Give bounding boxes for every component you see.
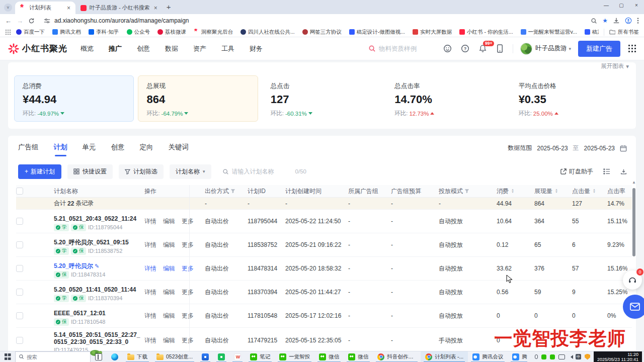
action-edit[interactable]: 编辑	[163, 217, 175, 226]
feedback-smiley-icon[interactable]	[443, 44, 452, 53]
taskbar-app[interactable]: 微信	[344, 351, 373, 362]
row-checkbox[interactable]	[16, 312, 23, 319]
plan-search-input[interactable]	[232, 168, 292, 175]
plan-search[interactable]: 0/50	[217, 164, 311, 179]
action-more[interactable]: 更多	[182, 288, 194, 297]
account-caret-icon[interactable]: ▾	[569, 46, 571, 51]
column-header[interactable]: 点击量	[572, 187, 607, 196]
entity-tab[interactable]: 计划	[54, 143, 67, 156]
entity-tab[interactable]: 单元	[83, 143, 96, 156]
action-detail[interactable]: 详情	[144, 241, 156, 249]
profile-icon[interactable]	[625, 17, 632, 24]
bookmark[interactable]: 网签三方协议	[302, 29, 342, 36]
filter-funnel-icon[interactable]	[464, 189, 469, 194]
plan-name[interactable]: 5.21_0521_20:43_0522_11:24	[54, 215, 136, 222]
row-checkbox[interactable]	[16, 218, 23, 225]
stat-card[interactable]: 总展现 864 环比: -64.79%	[138, 75, 258, 122]
tray-icon[interactable]	[558, 354, 565, 359]
tray-icon[interactable]	[569, 355, 573, 359]
taskbar-app[interactable]	[91, 351, 107, 362]
browser-tab[interactable]: 叶子品质游 - 小红书搜索 ×	[75, 2, 163, 14]
bookmark[interactable]: 四川人社在线公共...	[240, 29, 295, 36]
main-nav-item[interactable]: 工具	[221, 44, 234, 53]
notifications-bell-icon[interactable]: 99+	[478, 44, 487, 53]
date-start[interactable]: 2025-05-23	[537, 145, 568, 152]
table-scrollbar[interactable]	[632, 188, 635, 256]
main-nav-item[interactable]: 资产	[193, 44, 206, 53]
action-edit[interactable]: 编辑	[163, 241, 175, 249]
tab-close-icon[interactable]: ×	[66, 5, 71, 12]
taskbar-app[interactable]: 0523创意...	[152, 351, 197, 362]
action-edit[interactable]: 编辑	[163, 264, 175, 273]
action-more[interactable]: 更多	[182, 217, 194, 226]
main-nav-item[interactable]: 财务	[250, 44, 263, 53]
action-detail[interactable]: 详情	[144, 336, 156, 345]
taskbar-app[interactable]	[229, 351, 246, 362]
column-header[interactable]: 操作	[144, 187, 205, 196]
back-button[interactable]: ←	[5, 17, 12, 25]
tray-icon[interactable]	[541, 354, 546, 359]
window-maximize-button[interactable]: ▢	[614, 0, 629, 11]
plan-filter-button[interactable]: 计划筛选	[119, 164, 164, 179]
bookmark[interactable]: 百度一下	[16, 29, 45, 36]
all-bookmarks-button[interactable]: 所有书签	[604, 29, 639, 36]
new-tab-button[interactable]: +	[167, 3, 171, 11]
action-detail[interactable]: 详情	[144, 264, 156, 273]
mobile-device-icon[interactable]	[496, 44, 504, 53]
tab-search-button[interactable]: ˅	[4, 4, 12, 12]
action-detail[interactable]: 详情	[144, 217, 156, 226]
bookmark[interactable]: 李科·知乎	[89, 29, 119, 36]
expand-chart-button[interactable]: 展开图表 ▾	[601, 62, 629, 70]
bookmark[interactable]: 小红书 - 你的生活...	[459, 29, 513, 36]
taskbar-app[interactable]: 下载	[123, 351, 152, 362]
row-checkbox[interactable]	[16, 265, 23, 272]
main-nav-item[interactable]: 推广	[109, 44, 122, 53]
taskbar-app[interactable]: 一觉智投	[275, 351, 314, 362]
row-checkbox[interactable]	[16, 289, 23, 296]
bookmark[interactable]: 稿定设计-做图做视...	[585, 29, 599, 36]
taskbar-app[interactable]	[107, 351, 123, 362]
stat-card[interactable]: 总点击 127 环比: -60.31%	[262, 75, 382, 122]
tray-icon[interactable]	[585, 354, 590, 360]
bookmark[interactable]: 腾讯文档	[52, 29, 81, 36]
tray-icon[interactable]	[550, 354, 555, 359]
start-button[interactable]	[0, 351, 15, 362]
taskbar-app[interactable]: 笔记	[246, 351, 275, 362]
edit-name-icon[interactable]: ✎	[95, 263, 99, 269]
column-header[interactable]: 投放模式	[439, 187, 497, 196]
app-logo[interactable]: 小红书聚光	[8, 43, 67, 54]
bookmark[interactable]: 稿定设计-做图做视...	[349, 29, 405, 36]
account-name[interactable]: 叶子品质游	[535, 44, 567, 53]
action-edit[interactable]: 编辑	[163, 288, 175, 297]
apps-grid-icon[interactable]	[5, 29, 11, 35]
tab-close-icon[interactable]: ×	[153, 5, 158, 12]
taskbar-app[interactable]	[197, 351, 213, 362]
taskbar-app[interactable]: 抖音创作者...	[373, 351, 421, 362]
monitor-assistant-button[interactable]: 盯盘助手	[560, 167, 593, 176]
entity-tab[interactable]: 定向	[140, 143, 153, 156]
action-more[interactable]: 更多	[182, 264, 194, 273]
column-header[interactable]: 所属广告组	[348, 187, 391, 196]
action-detail[interactable]: 详情	[144, 288, 156, 297]
download-icon[interactable]	[613, 17, 620, 24]
help-icon[interactable]: ?	[461, 44, 469, 53]
search-field-select[interactable]: 计划名称 ▾	[170, 164, 211, 179]
main-nav-item[interactable]: 创意	[137, 44, 150, 53]
column-settings-icon[interactable]	[603, 168, 610, 174]
stat-card[interactable]: 平均点击价格 ¥0.35 环比: 25.00%	[510, 75, 630, 122]
browser-menu-icon[interactable]	[637, 17, 639, 24]
action-detail[interactable]: 详情	[144, 312, 156, 320]
column-header[interactable]: 点击率	[607, 187, 627, 196]
entity-tab[interactable]: 关键词	[169, 143, 189, 156]
select-all-checkbox[interactable]	[16, 188, 23, 195]
taskbar-clock[interactable]: 11:20 2025/05/23 11:20:41	[594, 351, 642, 362]
customer-service-button[interactable]: 0	[623, 270, 642, 290]
window-minimize-button[interactable]: —	[599, 0, 614, 11]
new-plan-button[interactable]: + 新建计划	[18, 164, 61, 179]
sort-icon[interactable]	[511, 189, 514, 194]
header-search-input[interactable]	[379, 45, 434, 52]
tray-icon[interactable]	[576, 354, 581, 359]
entity-tab[interactable]: 广告组	[18, 143, 39, 156]
column-header[interactable]: 计划名称	[54, 187, 144, 196]
zoom-lens-icon[interactable]	[591, 18, 597, 24]
